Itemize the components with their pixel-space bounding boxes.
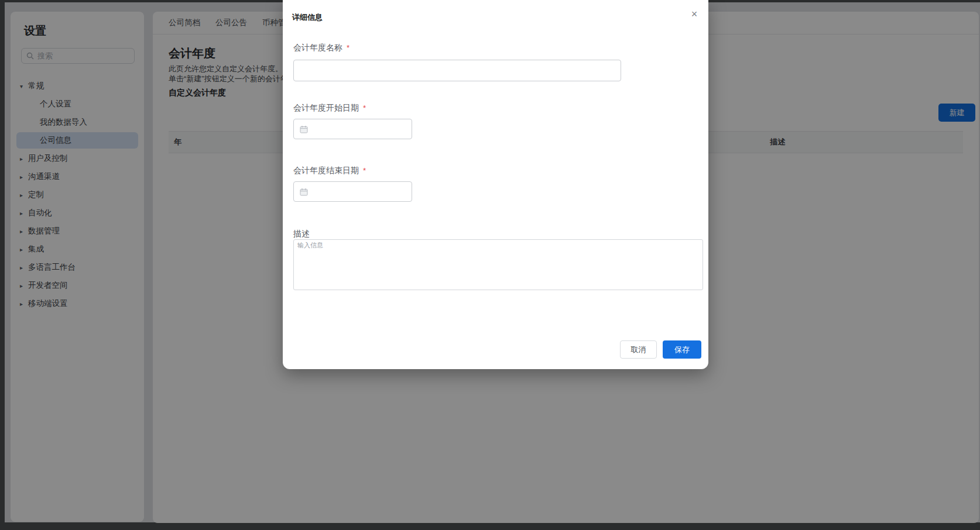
field-label-text: 会计年度结束日期: [293, 166, 359, 175]
close-icon[interactable]: ×: [687, 7, 701, 21]
fiscal-year-end-date-label: 会计年度结束日期*: [293, 166, 366, 176]
fiscal-year-name-label: 会计年度名称*: [293, 43, 349, 53]
modal-title: 详细信息: [292, 12, 323, 23]
field-label-text: 描述: [293, 229, 310, 238]
fiscal-year-start-date-input[interactable]: [293, 119, 412, 139]
required-asterisk: *: [363, 104, 366, 112]
fiscal-year-name-input[interactable]: [293, 60, 621, 81]
required-asterisk: *: [363, 166, 366, 175]
required-asterisk: *: [347, 43, 349, 52]
calendar-icon: [300, 188, 308, 196]
calendar-icon: [300, 125, 308, 133]
fiscal-year-detail-modal: 详细信息 × 会计年度名称* 会计年度开始日期* 会计年度结束日期* 描述: [283, 0, 708, 369]
field-label-text: 会计年度开始日期: [293, 103, 359, 112]
fiscal-year-start-date-label: 会计年度开始日期*: [293, 103, 366, 113]
field-label-text: 会计年度名称: [293, 43, 342, 52]
description-textarea[interactable]: [293, 239, 703, 290]
modal-footer: 取消 保存: [620, 340, 701, 359]
save-button[interactable]: 保存: [663, 340, 701, 359]
cancel-button[interactable]: 取消: [620, 340, 657, 359]
fiscal-year-end-date-input[interactable]: [293, 181, 412, 202]
description-label: 描述: [293, 229, 310, 239]
